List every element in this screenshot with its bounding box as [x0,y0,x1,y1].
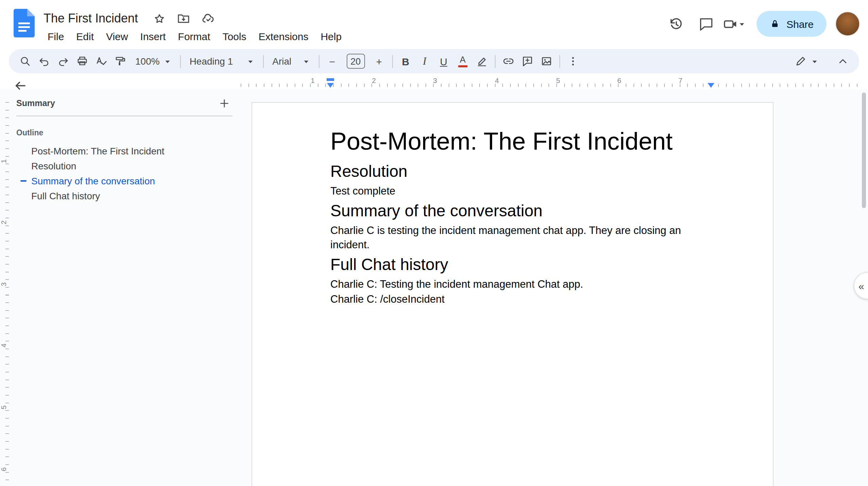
outline-item[interactable]: Post-Mortem: The First Incident [0,144,231,158]
menu-extensions[interactable]: Extensions [253,29,315,44]
header-actions: Share [660,0,860,48]
search-menus-button[interactable] [16,52,35,71]
outline-item-label: Full Chat history [31,190,100,201]
ruler-number: 7 [678,76,682,84]
left-indent-marker[interactable] [327,83,334,88]
menu-bar: File Edit View Insert Format Tools Exten… [41,29,348,44]
document-title-row: The First Incident [44,10,222,27]
menu-insert[interactable]: Insert [134,29,172,44]
insert-image-button[interactable] [537,52,556,71]
outline-label: Outline [16,129,43,137]
italic-button[interactable]: I [415,52,434,71]
summary-label: Summary [16,99,55,108]
ruler-number: 5 [0,405,7,409]
active-item-marker [20,180,27,182]
editing-mode-select[interactable] [789,52,824,71]
comments-button[interactable] [693,10,720,37]
docs-logo-icon[interactable] [14,9,35,37]
summary-header: Summary [16,96,232,111]
outline-item-label: Resolution [31,161,76,171]
outline-item-label: Summary of the conversation [31,175,155,186]
toolbar-divider [180,55,181,68]
ruler-number: 3 [0,282,7,286]
account-avatar[interactable] [835,12,860,36]
more-toolbar-options-button[interactable] [563,52,582,71]
ruler-number: 6 [0,467,7,471]
pencil-icon [795,55,807,67]
decrease-font-size-button[interactable]: − [323,52,342,71]
doc-heading-chat-history[interactable]: Full Chat history [330,256,710,273]
font-family-select[interactable]: Arial [267,52,315,71]
menu-tools[interactable]: Tools [216,29,253,44]
paragraph-style-select[interactable]: Heading 1 [184,52,260,71]
lock-icon [769,18,780,29]
vertical-scrollbar[interactable] [862,93,866,208]
toolbar: 100% Heading 1 Arial − 20 + B I U A [9,49,859,73]
star-button[interactable] [149,10,169,27]
close-outline-button[interactable] [10,75,31,97]
menu-file[interactable]: File [41,29,70,44]
outline-list: Post-Mortem: The First Incident Resoluti… [0,144,231,203]
share-label: Share [786,18,814,30]
share-button[interactable]: Share [757,11,827,37]
outline-item[interactable]: Full Chat history [0,188,231,203]
ruler-number: 6 [617,76,621,84]
add-comment-button[interactable] [518,52,537,71]
menu-view[interactable]: View [100,29,134,44]
version-history-button[interactable] [663,10,690,37]
menu-format[interactable]: Format [172,29,216,44]
meet-caret-icon [738,20,746,28]
highlight-color-button[interactable] [472,52,491,71]
move-to-folder-button[interactable] [173,10,194,27]
meet-call-button[interactable] [723,16,746,32]
ruler-number: 4 [0,343,7,348]
outline-item-label: Post-Mortem: The First Incident [31,146,164,156]
bold-button[interactable]: B [396,52,415,71]
sidebar-divider [16,116,232,116]
menu-help[interactable]: Help [314,29,348,44]
increase-font-size-button[interactable]: + [369,52,388,71]
document-title[interactable]: The First Incident [44,11,138,26]
doc-paragraph[interactable]: Test complete [330,184,710,198]
outline-item-active[interactable]: Summary of the conversation [0,173,231,188]
toolbar-divider [263,55,263,68]
font-caret-icon [302,57,310,65]
horizontal-ruler[interactable]: 1 2 3 4 5 6 7 [238,76,868,89]
ruler-number: 2 [372,76,376,84]
doc-paragraph[interactable]: Charlie C is testing the incident manage… [330,223,710,252]
ruler-number: 4 [495,76,499,84]
ruler-ticks [241,84,863,87]
redo-button[interactable] [54,52,73,71]
document-page[interactable]: Post-Mortem: The First Incident Resoluti… [251,102,774,486]
paragraph-style-value: Heading 1 [190,56,233,67]
header: The First Incident File Edit View Insert… [0,0,868,48]
doc-heading-resolution[interactable]: Resolution [330,163,710,180]
add-summary-button[interactable] [216,95,232,112]
google-docs-window: The First Incident File Edit View Insert… [0,0,868,486]
ruler-number: 2 [0,220,7,224]
zoom-select[interactable]: 100% [130,52,177,71]
outline-item[interactable]: Resolution [0,158,231,173]
spellcheck-button[interactable] [92,52,111,71]
zoom-caret-icon [164,57,171,65]
print-button[interactable] [73,52,92,71]
hide-menus-button[interactable] [833,52,852,71]
cloud-status-icon[interactable] [198,10,218,27]
right-indent-marker[interactable] [708,83,714,88]
doc-paragraph[interactable]: Charlie C: /closeIncident [330,292,710,306]
undo-button[interactable] [35,52,54,71]
doc-paragraph[interactable]: Charlie C: Testing the incident manageme… [330,277,710,291]
font-size-input[interactable]: 20 [346,54,365,69]
toolbar-divider [494,55,495,68]
document-content: Post-Mortem: The First Incident Resoluti… [252,103,773,306]
paint-format-button[interactable] [111,52,130,71]
underline-button[interactable]: U [434,52,453,71]
doc-heading-summary[interactable]: Summary of the conversation [330,202,710,220]
insert-link-button[interactable] [499,52,518,71]
first-line-indent-marker[interactable] [327,78,334,81]
text-color-button[interactable]: A [453,52,472,71]
ruler-number: 1 [311,76,315,84]
toolbar-divider [559,55,560,68]
doc-heading-title[interactable]: Post-Mortem: The First Incident [330,127,710,156]
menu-edit[interactable]: Edit [70,29,100,44]
